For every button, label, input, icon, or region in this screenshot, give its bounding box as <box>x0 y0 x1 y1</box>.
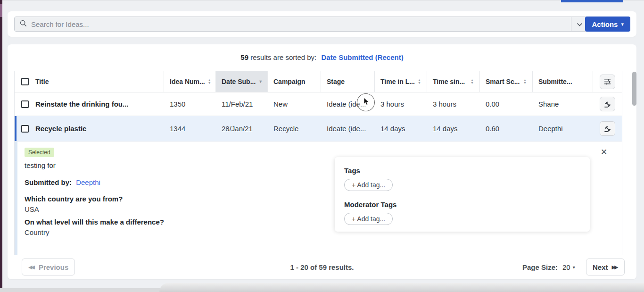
submitter-cell: Deepthi <box>533 125 593 133</box>
page-size-label: Page Size: <box>522 263 558 271</box>
tags-title: Tags <box>344 167 580 175</box>
column-label-idea-number: Idea Num... <box>170 78 205 85</box>
custom-question-1: Which country are you from? <box>25 195 123 203</box>
results-count: 59 <box>240 53 248 61</box>
tags-card: Tags + Add tag... Moderator Tags + Add t… <box>335 157 590 232</box>
results-sorted-text: results are sorted by: <box>250 53 316 61</box>
search-group <box>14 17 588 32</box>
table-row-selected[interactable]: Recycle plastic 1344 28/Jan/21 Recycle I… <box>15 116 622 142</box>
idea-title-cell: Reinstate the drinking fou... <box>15 100 164 108</box>
detail-left-accent <box>15 142 17 255</box>
custom-answer-1: USA <box>25 205 39 213</box>
row-actions-cell <box>593 121 622 136</box>
vertical-scrollbar-thumb[interactable] <box>632 72 636 106</box>
caret-down-icon: ▾ <box>621 21 624 27</box>
sort-icon: ▲▼ <box>205 79 211 84</box>
gavel-icon <box>604 125 611 133</box>
campaign-cell: Recycle <box>268 125 321 133</box>
column-header-submitter[interactable]: Submitte... <box>533 71 593 92</box>
add-moderator-tag-button[interactable]: + Add tag... <box>344 213 393 225</box>
column-label-date-submitted: Date Sub... <box>222 78 256 85</box>
idea-detail-panel: Selected testing for Submitted by: Deept… <box>15 142 622 255</box>
column-header-title[interactable]: Title <box>15 71 164 92</box>
column-header-campaign[interactable]: Campaign <box>268 71 321 92</box>
row-checkbox[interactable] <box>21 125 29 133</box>
sort-desc-icon: ▼ <box>256 79 263 84</box>
row-actions-cell <box>593 97 622 111</box>
double-right-arrow-icon: ▶▶ <box>612 264 619 270</box>
next-page-button[interactable]: Next ▶▶ <box>586 259 625 275</box>
sort-icon: ▲▼ <box>520 79 527 84</box>
column-settings-button[interactable] <box>600 75 615 89</box>
time-since-cell: 14 days <box>427 125 480 133</box>
table-header-row: Title Idea Num... ▲▼ Date Sub... ▼ Campa… <box>15 71 622 92</box>
smart-score-cell: 0.00 <box>480 100 533 108</box>
idea-body-text: testing for <box>25 161 56 169</box>
idea-number-cell: 1344 <box>164 125 216 133</box>
column-label-title: Title <box>35 78 49 85</box>
table-row[interactable]: Reinstate the drinking fou... 1350 11/Fe… <box>15 92 622 116</box>
column-label-stage: Stage <box>327 78 345 85</box>
search-field[interactable] <box>15 17 571 31</box>
add-tag-button[interactable]: + Add tag... <box>344 179 393 191</box>
campaign-cell: New <box>268 100 321 108</box>
status-badge: Selected <box>25 148 54 157</box>
moderate-idea-button[interactable] <box>600 97 615 111</box>
smart-score-cell: 0.60 <box>480 125 533 133</box>
search-card: Actions ▾ <box>8 11 636 37</box>
moderate-idea-button[interactable] <box>600 121 615 136</box>
column-label-time-in-stage: Time in L... <box>380 78 415 85</box>
submitter-cell: Shane <box>533 100 593 108</box>
column-header-stage[interactable]: Stage <box>321 71 375 92</box>
page-size-dropdown[interactable]: 20 ▾ <box>562 263 575 271</box>
custom-answer-2: Country <box>25 228 50 236</box>
moderator-tags-title: Moderator Tags <box>344 200 580 209</box>
active-tab-indicator <box>561 0 623 2</box>
time-in-stage-cell: 14 days <box>375 125 427 133</box>
results-card: 59 results are sorted by: Date Submitted… <box>8 44 636 279</box>
select-all-checkbox[interactable] <box>21 78 29 85</box>
custom-question-2: On what level will this make a differenc… <box>25 218 164 226</box>
top-divider <box>0 0 644 0</box>
page-size-value: 20 <box>562 263 570 271</box>
idea-title[interactable]: Recycle plastic <box>35 125 86 133</box>
idea-title[interactable]: Reinstate the drinking fou... <box>35 100 129 108</box>
actions-button-label: Actions <box>592 20 618 28</box>
next-label: Next <box>593 263 608 271</box>
idea-number-cell: 1350 <box>164 100 216 108</box>
column-header-smart-score[interactable]: Smart Sc... ▲▼ <box>480 71 533 92</box>
column-header-idea-number[interactable]: Idea Num... ▲▼ <box>164 71 216 92</box>
chevron-down-icon <box>577 20 583 28</box>
column-label-smart-score: Smart Sc... <box>486 78 520 85</box>
actions-button[interactable]: Actions ▾ <box>585 17 630 32</box>
sort-order-link[interactable]: Date Submitted (Recent) <box>321 53 403 61</box>
submitted-by-row: Submitted by: Deepthi <box>25 178 100 186</box>
column-header-date-submitted[interactable]: Date Sub... ▼ <box>216 71 268 92</box>
idea-title-cell: Recycle plastic <box>15 125 164 133</box>
column-label-submitter: Submitte... <box>538 78 572 85</box>
collapsed-sidebar-strip <box>0 0 2 292</box>
sliders-icon <box>603 78 611 86</box>
column-header-time-in-stage[interactable]: Time in L... ▲▼ <box>375 71 427 92</box>
cursor-arrow-icon <box>363 97 370 106</box>
submitter-link[interactable]: Deepthi <box>76 178 100 186</box>
sidebar-strip-highlight <box>0 4 2 17</box>
search-input[interactable] <box>31 20 566 28</box>
caret-down-icon: ▾ <box>573 265 575 270</box>
column-label-campaign: Campaign <box>273 78 305 85</box>
ideas-moderation-page: Actions ▾ 59 results are sorted by: Date… <box>0 0 644 292</box>
time-since-cell: 3 hours <box>427 100 480 108</box>
column-label-time-since: Time sin... <box>433 78 465 85</box>
background-window-edge <box>159 283 644 292</box>
row-checkbox[interactable] <box>21 100 29 108</box>
mouse-cursor-highlight <box>357 93 375 111</box>
column-header-time-since[interactable]: Time sin... ▲▼ <box>427 71 480 92</box>
date-submitted-cell: 11/Feb/21 <box>216 100 268 108</box>
ideas-table: Title Idea Num... ▲▼ Date Sub... ▼ Campa… <box>14 71 622 255</box>
close-detail-icon[interactable]: ✕ <box>601 148 607 156</box>
search-icon <box>20 20 27 29</box>
column-header-settings <box>593 71 622 92</box>
results-summary: 59 results are sorted by: Date Submitted… <box>8 53 636 61</box>
stage-cell: Ideate (ide... <box>321 125 375 133</box>
submitted-by-label: Submitted by: <box>25 178 72 186</box>
